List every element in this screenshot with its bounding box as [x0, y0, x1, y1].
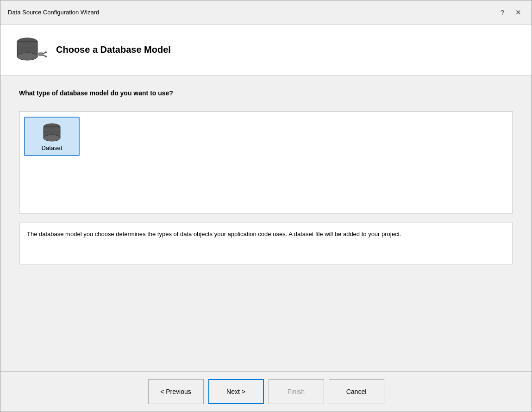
dataset-model-item[interactable]: Dataset	[24, 117, 80, 156]
dialog-window: Data Source Configuration Wizard ? ✕	[0, 0, 532, 412]
wizard-title: Choose a Database Model	[56, 44, 171, 55]
help-button[interactable]: ?	[498, 7, 507, 17]
title-bar-controls: ? ✕	[498, 7, 524, 18]
database-plug-icon	[14, 35, 47, 65]
title-bar: Data Source Configuration Wizard ? ✕	[0, 0, 532, 25]
previous-button[interactable]: < Previous	[148, 379, 204, 404]
svg-point-8	[45, 56, 47, 57]
svg-point-2	[17, 53, 38, 60]
dataset-icon	[40, 121, 63, 144]
finish-button[interactable]: Finish	[269, 379, 324, 404]
dataset-label: Dataset	[42, 144, 63, 151]
svg-rect-4	[38, 53, 43, 56]
description-text: The database model you choose determines…	[27, 231, 401, 237]
wizard-footer: < Previous Next > Finish Cancel	[0, 371, 532, 412]
next-button[interactable]: Next >	[208, 379, 264, 404]
window-title: Data Source Configuration Wizard	[8, 9, 99, 16]
model-selection-area[interactable]: Dataset	[19, 112, 513, 213]
header-icon-area	[14, 35, 47, 65]
cancel-button[interactable]: Cancel	[329, 379, 384, 404]
wizard-content: What type of database model do you want …	[0, 75, 532, 371]
svg-point-11	[44, 135, 60, 141]
question-text: What type of database model do you want …	[19, 89, 513, 102]
wizard-header: Choose a Database Model	[0, 25, 532, 75]
svg-point-7	[45, 51, 47, 53]
close-button[interactable]: ✕	[513, 7, 524, 18]
description-box: The database model you choose determines…	[19, 223, 513, 264]
